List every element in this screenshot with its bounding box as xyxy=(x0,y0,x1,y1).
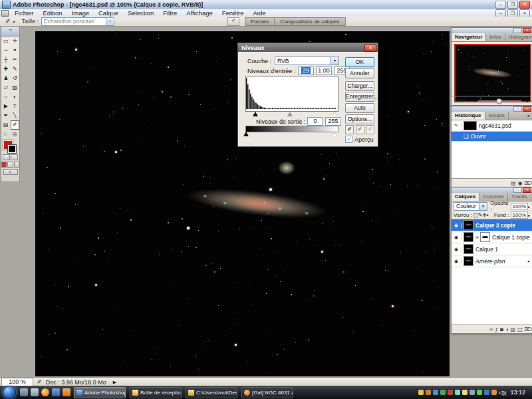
levels-dialog[interactable]: Niveaux × Couche : RVB ▾ Niveaux d'entré… xyxy=(237,43,378,147)
type-tool-icon[interactable]: T xyxy=(11,102,20,111)
eraser-tool-icon[interactable]: ▱ xyxy=(1,83,11,92)
doc-size-info[interactable]: Doc : 3.96 Mo/18.0 Mo xyxy=(46,379,106,386)
tab-navigateur[interactable]: Navigateur xyxy=(452,33,486,41)
input-midtone-slider[interactable] xyxy=(287,112,293,116)
lock-transparency-icon[interactable]: ◻ xyxy=(473,212,478,218)
tray-icon[interactable] xyxy=(469,390,475,395)
zoom-tool-icon[interactable]: ◎ xyxy=(11,130,20,139)
lock-all-icon[interactable]: ▪ xyxy=(487,212,489,218)
tab-traces[interactable]: Tracés xyxy=(508,193,531,201)
tab-histogramme[interactable]: Histogramme xyxy=(505,33,532,41)
gradient-tool-icon[interactable]: ▨ xyxy=(11,83,20,92)
brush-palette-icon[interactable]: ✐ xyxy=(227,17,239,26)
lock-position-icon[interactable]: ✛ xyxy=(482,212,487,218)
white-point-dropper-icon[interactable]: ✐ xyxy=(366,125,374,134)
menu-selection[interactable]: Sélection xyxy=(123,9,158,17)
output-low-field[interactable]: 0 xyxy=(307,117,323,126)
close-button[interactable]: × xyxy=(519,1,530,9)
crop-tool-icon[interactable]: ┼ xyxy=(1,55,11,65)
chevron-down-icon[interactable]: ▾ xyxy=(479,203,487,210)
menu-filtre[interactable]: Filtre xyxy=(158,9,182,17)
chevron-down-icon[interactable]: ▾ xyxy=(331,57,338,65)
hand-tool-icon[interactable]: ☞ xyxy=(1,130,11,139)
channel-dropdown[interactable]: RVB ▾ xyxy=(275,57,339,65)
tray-icon[interactable] xyxy=(455,390,460,395)
layer-thumbnail[interactable] xyxy=(464,244,473,254)
dialog-titlebar[interactable]: Niveaux × xyxy=(238,43,378,52)
tray-icon[interactable] xyxy=(462,390,467,395)
layer-row-calque-1[interactable]: ◉ Calque 1 xyxy=(452,243,532,255)
black-point-dropper-icon[interactable]: ✐ xyxy=(345,125,354,134)
panel-minimize-icon[interactable]: – xyxy=(513,188,522,193)
standard-mode-button[interactable] xyxy=(3,154,10,160)
mail-quicklaunch-icon[interactable] xyxy=(31,388,39,396)
palette-well-tab-formes[interactable]: Formes xyxy=(245,17,275,26)
clone-stamp-tool-icon[interactable]: ♟ xyxy=(1,74,11,83)
lock-paint-icon[interactable]: ✎ xyxy=(478,212,483,218)
menu-fenetre[interactable]: Fenêtre xyxy=(217,9,249,17)
input-gamma-field[interactable]: 1.00 xyxy=(316,66,332,75)
history-source-icon[interactable]: ✎ xyxy=(452,123,462,128)
imageready-button[interactable]: ▸ xyxy=(3,169,18,175)
layer-thumbnail[interactable] xyxy=(464,232,473,242)
dialog-close-icon[interactable]: × xyxy=(364,44,376,52)
output-high-field[interactable]: 255 xyxy=(325,117,341,126)
background-color-swatch[interactable] xyxy=(8,145,16,153)
adjustment-layer-icon[interactable]: ◑ xyxy=(505,327,509,332)
tray-icon[interactable] xyxy=(440,390,446,395)
navigator-zoom-slider[interactable] xyxy=(478,100,521,102)
save-button[interactable]: Enregistrer... xyxy=(345,92,374,102)
input-highlight-slider[interactable] xyxy=(332,112,337,116)
new-document-from-state-icon[interactable]: ▤ xyxy=(511,180,516,186)
layer-row-calque-1-copie[interactable]: ◉ ∞ Calque 1 copie xyxy=(452,231,532,243)
chevron-down-icon[interactable]: ▾ xyxy=(106,18,114,25)
output-shadow-slider[interactable] xyxy=(243,132,249,136)
layer-name[interactable]: Calque 3 copie xyxy=(475,222,515,229)
explorer-quicklaunch-icon[interactable] xyxy=(52,388,60,396)
input-low-field[interactable]: 29 xyxy=(298,66,314,75)
dodge-tool-icon[interactable]: ◐ xyxy=(11,92,20,102)
fill-field[interactable]: 100% xyxy=(511,211,528,219)
tab-calques[interactable]: Calques xyxy=(452,193,479,201)
new-snapshot-icon[interactable]: ◉ xyxy=(518,180,523,186)
output-highlight-slider[interactable] xyxy=(332,132,337,136)
layer-thumbnail[interactable] xyxy=(464,256,473,266)
zoom-out-icon[interactable]: ▴ xyxy=(473,98,475,103)
layer-mask-thumbnail[interactable] xyxy=(480,232,490,242)
palette-well-tab-compositions[interactable]: Compositions de calques xyxy=(275,17,345,26)
taskbar-button-inbox[interactable]: Boîte de réception - ... xyxy=(130,387,182,398)
line-tool-icon[interactable]: ╲ xyxy=(11,111,20,120)
volume-icon[interactable]: ◁)) xyxy=(499,390,506,396)
zoom-in-icon[interactable]: ▲ xyxy=(524,98,529,104)
taskbar-clock[interactable]: 13:12 xyxy=(508,389,529,396)
tab-historique[interactable]: Historique xyxy=(452,112,485,120)
menu-image[interactable]: Image xyxy=(67,9,94,17)
menu-edition[interactable]: Edition xyxy=(39,9,67,17)
taskbar-button-browser[interactable]: [Gal] NGC 4631 avec... xyxy=(241,387,293,398)
brush-tool-icon[interactable]: ✎ xyxy=(11,65,20,74)
delete-state-icon[interactable]: ⌦ xyxy=(525,180,532,186)
layer-name[interactable]: Arrière-plan xyxy=(475,258,505,265)
app-quicklaunch-icon[interactable] xyxy=(63,388,70,396)
menu-affichage[interactable]: Affichage xyxy=(182,9,217,17)
tool-preset-arrow-icon[interactable]: ▾ xyxy=(13,19,15,24)
blend-mode-dropdown[interactable]: Couleur ▾ xyxy=(454,202,487,211)
eye-icon[interactable]: ◉ xyxy=(452,223,462,228)
slice-tool-icon[interactable]: ✂ xyxy=(11,55,20,65)
opacity-field[interactable]: 100% xyxy=(511,203,528,210)
start-button[interactable] xyxy=(3,386,16,399)
doc-restore-button[interactable]: ❐ xyxy=(507,9,518,17)
tab-scripts[interactable]: Scripts xyxy=(485,112,509,120)
new-layer-icon[interactable]: ▢ xyxy=(517,327,523,332)
navigator-proxy-view[interactable] xyxy=(454,44,531,102)
sample-size-dropdown[interactable]: Echantillon ponctuel ▾ xyxy=(41,17,114,26)
show-desktop-icon[interactable] xyxy=(20,388,28,396)
eye-icon[interactable]: ◉ xyxy=(452,247,462,252)
fill-slider-icon[interactable]: ▸ xyxy=(528,213,530,217)
eye-icon[interactable]: ◉ xyxy=(452,235,462,240)
screen-mode-full-button[interactable] xyxy=(7,162,13,168)
eyedropper-tool-icon[interactable]: ✐ xyxy=(5,18,11,25)
tray-icon[interactable] xyxy=(477,390,482,395)
eye-icon[interactable]: ◉ xyxy=(452,259,462,264)
link-layers-icon[interactable]: ∞ xyxy=(489,327,493,332)
